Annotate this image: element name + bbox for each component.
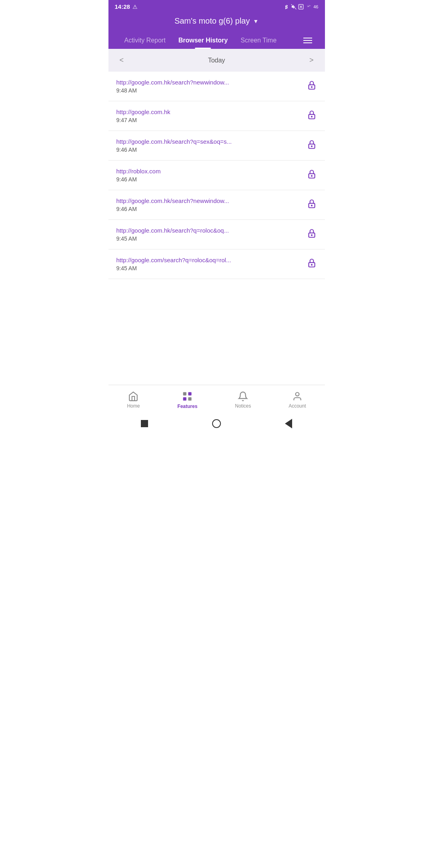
close-box-icon (298, 4, 304, 10)
home-label: Home (127, 403, 140, 409)
triangle-icon (285, 419, 292, 428)
header: Sam's moto g(6) play ▼ Activity Report B… (108, 13, 325, 49)
home-icon (128, 391, 138, 402)
svg-point-11 (311, 175, 312, 176)
history-url: http://google.com.hk (116, 108, 285, 115)
status-right: 46 (284, 4, 318, 10)
sidebar-item-notices[interactable]: Notices (229, 390, 257, 410)
bottom-navigation: Home Features Notices Account (108, 385, 325, 413)
list-item[interactable]: http://roblox.com 9:46 AM (108, 161, 325, 190)
wifi-icon (305, 4, 312, 10)
status-time: 14:28 (115, 3, 130, 10)
sidebar-item-home[interactable]: Home (120, 390, 146, 410)
list-item[interactable]: http://google.com/search?q=roloc&oq=rol.… (108, 249, 325, 279)
system-square-button[interactable] (139, 418, 150, 429)
history-url: http://google.com/search?q=roloc&oq=rol.… (116, 257, 285, 263)
history-time: 9:46 AM (116, 176, 302, 183)
notices-icon (238, 391, 248, 402)
history-item-content: http://google.com.hk/search?q=roloc&oq..… (116, 227, 302, 242)
svg-rect-20 (183, 397, 186, 400)
history-url: http://google.com.hk/search?q=roloc&oq..… (116, 227, 285, 234)
device-name[interactable]: Sam's moto g(6) play ▼ (115, 16, 319, 26)
status-bar: 14:28 ⚠ 46 (108, 0, 325, 13)
bluetooth-icon (284, 4, 289, 10)
lock-icon (307, 139, 317, 152)
lock-icon (307, 257, 317, 271)
history-item-content: http://google.com.hk/search?newwindow...… (116, 197, 302, 212)
system-home-button[interactable] (211, 418, 222, 429)
tab-browser-history[interactable]: Browser History (172, 32, 235, 49)
history-time: 9:46 AM (116, 206, 302, 212)
history-time: 9:46 AM (116, 147, 302, 153)
svg-point-5 (311, 86, 312, 87)
system-navigation (108, 413, 325, 434)
lock-icon (307, 109, 317, 123)
history-url: http://google.com.hk/search?newwindow... (116, 79, 285, 86)
history-url: http://google.com.hk/search?newwindow... (116, 197, 285, 204)
status-left: 14:28 ⚠ (115, 3, 138, 10)
svg-point-22 (296, 392, 299, 396)
history-list: http://google.com.hk/search?newwindow...… (108, 72, 325, 385)
lock-icon (307, 228, 317, 241)
tab-activity-report[interactable]: Activity Report (118, 32, 172, 49)
lock-icon (307, 169, 317, 182)
lock-icon (307, 198, 317, 211)
history-time: 9:47 AM (116, 117, 302, 123)
features-icon (182, 391, 193, 402)
prev-date-button[interactable]: < (116, 54, 127, 66)
svg-rect-21 (188, 397, 192, 400)
next-date-button[interactable]: > (306, 54, 317, 66)
history-url: http://google.com.hk/search?q=sex&oq=s..… (116, 138, 285, 145)
mute-icon (291, 4, 297, 10)
history-time: 9:45 AM (116, 265, 302, 271)
features-label: Features (177, 404, 197, 409)
account-label: Account (289, 403, 306, 409)
list-item[interactable]: http://google.com.hk/search?q=roloc&oq..… (108, 220, 325, 249)
list-item[interactable]: http://google.com.hk/search?q=sex&oq=s..… (108, 131, 325, 161)
history-item-content: http://google.com.hk 9:47 AM (116, 108, 302, 123)
list-item[interactable]: http://google.com.hk/search?newwindow...… (108, 190, 325, 220)
svg-point-17 (311, 264, 312, 265)
date-label: Today (208, 57, 225, 64)
sidebar-item-features[interactable]: Features (171, 389, 204, 411)
square-icon (141, 420, 148, 427)
notices-label: Notices (235, 403, 251, 409)
svg-point-7 (311, 116, 312, 117)
dropdown-icon[interactable]: ▼ (253, 18, 259, 24)
history-time: 9:48 AM (116, 87, 302, 94)
list-item[interactable]: http://google.com.hk/search?newwindow...… (108, 72, 325, 101)
svg-point-13 (311, 205, 312, 206)
history-item-content: http://google.com.hk/search?newwindow...… (116, 79, 302, 94)
history-item-content: http://roblox.com 9:46 AM (116, 168, 302, 183)
system-back-button[interactable] (283, 418, 294, 429)
svg-rect-18 (183, 392, 186, 396)
nav-tabs: Activity Report Browser History Screen T… (115, 32, 319, 49)
hamburger-menu[interactable] (300, 34, 315, 46)
date-navigation: < Today > (108, 49, 325, 72)
svg-point-15 (311, 235, 312, 235)
list-item[interactable]: http://google.com.hk 9:47 AM (108, 101, 325, 131)
account-icon (292, 391, 303, 402)
alert-icon: ⚠ (132, 4, 138, 10)
history-url: http://roblox.com (116, 168, 285, 175)
history-item-content: http://google.com/search?q=roloc&oq=rol.… (116, 257, 302, 271)
svg-point-9 (311, 146, 312, 147)
history-time: 9:45 AM (116, 235, 302, 242)
tab-screen-time[interactable]: Screen Time (234, 32, 283, 49)
sidebar-item-account[interactable]: Account (282, 390, 312, 410)
circle-icon (212, 419, 221, 428)
battery-indicator: 46 (313, 4, 318, 9)
lock-icon (307, 80, 317, 93)
svg-rect-19 (188, 392, 192, 396)
history-item-content: http://google.com.hk/search?q=sex&oq=s..… (116, 138, 302, 153)
